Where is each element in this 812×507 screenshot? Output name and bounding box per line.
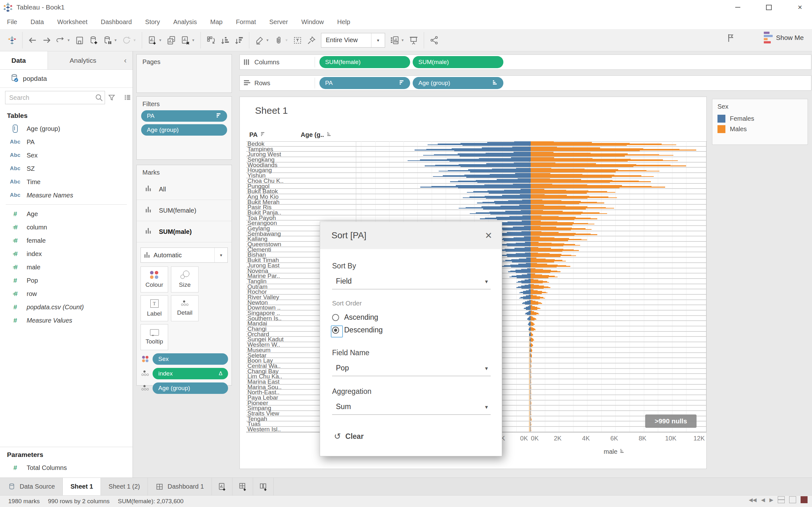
menu-data[interactable]: Data [31,18,44,26]
chart-row-bukit-batok[interactable]: Bukit Batok [246,189,706,194]
chart-row-bukit-panja-[interactable]: Bukit Panja.. [246,210,706,216]
male-bars[interactable] [531,305,541,310]
rows-pill-pa[interactable]: PA [319,77,410,89]
marks-layer-sum-male-[interactable]: SUM(male) [137,221,232,242]
male-bars[interactable] [531,316,537,321]
chart-row-punggol[interactable]: Punggol [246,184,706,189]
field-row[interactable]: =#row [0,287,133,300]
filter-pill-pa[interactable]: PA [141,110,227,122]
male-bars[interactable] [531,406,531,410]
female-bars[interactable] [509,274,531,278]
row-label[interactable]: Toa Payoh [246,216,357,220]
radio-ascending[interactable]: Ascending [332,313,378,322]
male-bars[interactable] [531,321,535,326]
male-bars[interactable] [531,242,580,246]
duplicate-sheet-button[interactable] [164,33,178,48]
female-bars[interactable] [527,316,531,321]
male-bars[interactable] [531,141,676,146]
field-measure-values[interactable]: #Measure Values [0,314,133,327]
row-label[interactable]: Choa Chu K.. [246,178,357,183]
male-bars[interactable] [531,390,531,395]
female-bars[interactable] [501,263,531,268]
show-filmstrip-icon[interactable] [789,496,796,503]
male-bars[interactable] [531,279,549,284]
field-pop[interactable]: #Pop [0,274,133,287]
female-bars[interactable] [502,258,531,262]
clear-sort-button[interactable]: ↺Clear [334,432,363,441]
male-bars[interactable] [531,157,678,162]
menu-help[interactable]: Help [337,18,350,26]
male-bars[interactable] [531,284,550,289]
male-bars[interactable] [531,210,607,215]
row-label[interactable]: Yishun [246,173,357,178]
rows-pill-age-group-[interactable]: Age (group) [413,77,503,89]
chart-row-choa-chu-k-[interactable]: Choa Chu K.. [246,178,706,184]
male-bars[interactable] [531,216,597,220]
prev-sheet-icon[interactable]: ◀ [761,497,765,503]
male-bars[interactable] [531,152,673,157]
age-column-header[interactable]: Age (g.. [301,131,332,138]
female-bars[interactable] [477,200,531,205]
male-bars[interactable] [531,168,659,172]
female-bars[interactable] [470,210,531,215]
male-bars[interactable] [531,147,696,152]
marks-pill-sex[interactable]: Sex [153,353,228,365]
menu-format[interactable]: Format [236,18,256,26]
male-bars[interactable] [531,289,548,294]
field-index[interactable]: =#index [0,247,133,261]
first-sheet-icon[interactable]: ◀◀ [749,497,757,503]
chart-row-bedok[interactable]: Bedok [246,141,706,147]
new-worksheet-tab-button[interactable] [212,478,233,495]
aggregation-select[interactable]: Sum▼ [332,400,491,415]
tab-analytics[interactable]: Analytics [48,51,118,69]
sort-ascending-button[interactable] [218,33,232,48]
redo-button[interactable] [40,33,54,48]
female-bars[interactable] [415,147,531,152]
add-datasource-button[interactable] [87,33,101,48]
size-button[interactable]: Size [171,267,199,292]
search-input[interactable] [5,94,93,101]
menu-server[interactable]: Server [269,18,288,26]
female-bars[interactable] [522,300,531,305]
male-bars[interactable] [531,332,533,337]
chart-row-pasir-ris[interactable]: Pasir Ris [246,205,706,210]
male-bars[interactable] [531,395,531,400]
male-bars[interactable] [531,416,531,421]
marks-pill-age-group-[interactable]: Age (group) [153,383,228,394]
marks-layer-all[interactable]: All [137,179,232,200]
chart-row-ang-mo-kio[interactable]: Ang Mo Kio [246,194,706,200]
field-sz[interactable]: AbcSZ [0,162,133,175]
row-label[interactable]: Woodlands [246,163,357,167]
share-button[interactable] [427,33,441,48]
highlight-button[interactable] [252,33,266,48]
tab-sheet-1[interactable]: Sheet 1 [63,478,101,495]
male-bars[interactable] [531,421,531,426]
female-bars[interactable] [519,289,531,294]
show-sorter-icon[interactable] [801,496,808,503]
row-label[interactable]: Bedok [246,141,357,146]
mark-type-dropdown[interactable]: Automatic ▾ [141,247,228,263]
show-tabs-icon[interactable] [778,496,785,503]
male-bars[interactable] [531,274,558,278]
tab-sheet-1-2-[interactable]: Sheet 1 (2) [101,478,148,495]
menu-map[interactable]: Map [210,18,223,26]
show-hide-cards-button[interactable] [388,33,402,48]
chart-row-jurong-west[interactable]: Jurong West [246,152,706,157]
show-me-button[interactable]: Show Me [764,32,804,43]
female-bars[interactable] [463,194,531,199]
female-bars[interactable] [433,173,531,178]
detail-button[interactable]: Detail [171,295,199,321]
female-bars[interactable] [516,279,531,284]
female-bars[interactable] [528,321,531,326]
columns-pill-sum-male-[interactable]: SUM(male) [413,56,503,68]
male-bars[interactable] [531,258,566,262]
female-bars[interactable] [425,163,531,167]
group-members-button[interactable] [271,33,286,48]
refresh-button[interactable] [119,33,134,48]
field-name-select[interactable]: Pop▼ [332,361,491,376]
male-bars[interactable] [531,411,531,416]
chart-row-yishun[interactable]: Yishun [246,173,706,178]
label-button[interactable]: TLabel [141,295,168,321]
field-popdata-csv-count-[interactable]: #popdata.csv (Count) [0,300,133,314]
female-bars[interactable] [420,184,531,188]
